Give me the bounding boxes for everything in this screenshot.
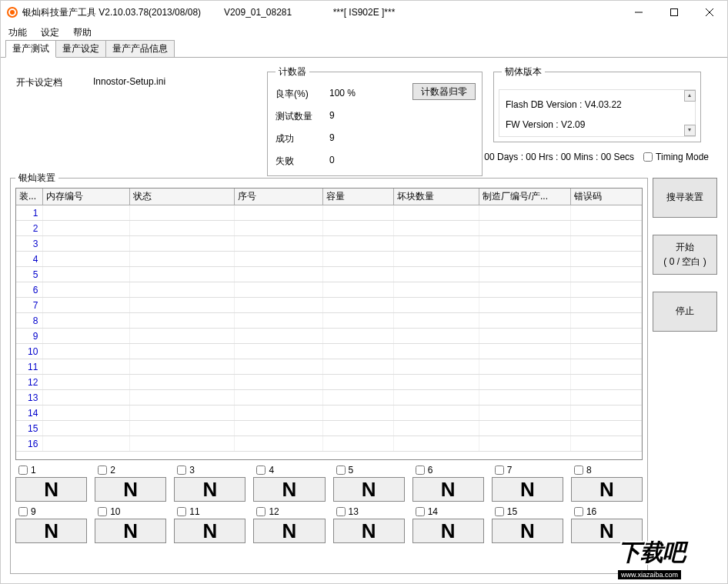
counter-reset-button[interactable]: 计数器归零	[412, 83, 476, 100]
close-button[interactable]	[692, 1, 727, 24]
cell	[570, 375, 641, 390]
slot: 7N	[492, 465, 563, 502]
table-row[interactable]: 14	[16, 405, 642, 421]
scroll-down-icon[interactable]: ▾	[684, 125, 696, 136]
ng-label: 失败	[276, 155, 329, 168]
table-row[interactable]: 13	[16, 390, 642, 405]
device-table: 装... 内存编号 状态 序号 容量 坏块数量 制造厂编号/产... 错误码 1…	[16, 189, 642, 452]
slot-checkbox[interactable]	[495, 507, 504, 516]
slot: 6N	[412, 465, 484, 502]
slot-header: 15	[492, 506, 563, 517]
tab-product-info[interactable]: 量产产品信息	[105, 40, 175, 57]
table-row[interactable]: 6	[16, 282, 642, 298]
timer-row: 00 Days : 00 Hrs : 00 Mins : 00 Secs Tim…	[484, 152, 709, 162]
table-row[interactable]: 1	[16, 205, 642, 221]
cell	[130, 267, 234, 282]
scroll-up-icon[interactable]: ▴	[684, 90, 696, 102]
cell	[130, 359, 234, 375]
cell	[234, 298, 322, 313]
cell	[234, 375, 322, 390]
slot-checkbox[interactable]	[18, 507, 28, 516]
start-button-line2: ( 0 / 空白 )	[653, 255, 716, 269]
table-row[interactable]: 8	[16, 313, 642, 329]
device-legend: 银灿装置	[15, 172, 58, 185]
cell	[43, 359, 130, 375]
table-row[interactable]: 2	[16, 221, 642, 236]
maximize-button[interactable]	[656, 1, 692, 24]
ok-label: 成功	[276, 132, 329, 145]
firmware-text: Flash DB Version : V4.03.22 FW Version :…	[499, 89, 696, 137]
table-row[interactable]: 11	[16, 359, 642, 375]
menu-help[interactable]: 帮助	[73, 26, 92, 39]
slot-checkbox[interactable]	[177, 507, 186, 516]
table-row[interactable]: 9	[16, 329, 642, 344]
cell	[234, 236, 322, 252]
slot-checkbox[interactable]	[98, 507, 107, 516]
table-row[interactable]: 15	[16, 421, 642, 436]
tab-test[interactable]: 量产测试	[5, 40, 56, 58]
cell	[43, 282, 130, 298]
col-serial[interactable]: 序号	[234, 189, 322, 205]
timing-mode-checkbox[interactable]	[643, 152, 653, 162]
table-row[interactable]: 16	[16, 436, 642, 452]
slot-checkbox[interactable]	[18, 466, 28, 475]
slot-checkbox[interactable]	[574, 507, 583, 516]
col-error[interactable]: 错误码	[570, 189, 641, 205]
slot-header: 14	[412, 506, 484, 517]
col-device[interactable]: 装...	[16, 189, 43, 205]
slot-number: 3	[189, 465, 195, 476]
menu-settings[interactable]: 设定	[41, 26, 59, 39]
cell	[43, 221, 130, 236]
cell	[322, 329, 393, 344]
table-row[interactable]: 10	[16, 344, 642, 359]
col-bad-blocks[interactable]: 坏块数量	[393, 189, 479, 205]
slot-checkbox[interactable]	[336, 507, 346, 516]
slot-checkbox[interactable]	[574, 466, 583, 475]
slot-checkbox[interactable]	[256, 466, 265, 475]
slot-grid: 1N2N3N4N5N6N7N8N9N10N11N12N13N14N15N16N	[15, 465, 643, 543]
minimize-button[interactable]	[621, 1, 656, 24]
tab-settings[interactable]: 量产设定	[55, 40, 106, 57]
slot-checkbox[interactable]	[336, 466, 346, 475]
menu-function[interactable]: 功能	[8, 26, 27, 39]
col-vendor[interactable]: 制造厂编号/产...	[479, 189, 570, 205]
slot-checkbox[interactable]	[416, 507, 425, 516]
slot-status-box: N	[492, 519, 563, 543]
timing-mode-label[interactable]: Timing Mode	[643, 152, 709, 162]
col-status[interactable]: 状态	[130, 189, 234, 205]
col-capacity[interactable]: 容量	[322, 189, 393, 205]
table-row[interactable]: 5	[16, 267, 642, 282]
cell	[130, 436, 234, 452]
search-device-button[interactable]: 搜寻装置	[653, 178, 717, 218]
tabbar: 量产测试 量产设定 量产产品信息	[1, 41, 727, 58]
cell	[234, 205, 322, 221]
slot-header: 5	[333, 465, 405, 476]
table-row[interactable]: 3	[16, 236, 642, 252]
cell	[43, 252, 130, 267]
slot-checkbox[interactable]	[98, 466, 107, 475]
slot-status-box: N	[174, 477, 245, 502]
slot-checkbox[interactable]	[416, 466, 425, 475]
slot: 5N	[333, 465, 405, 502]
slot: 11N	[174, 506, 245, 543]
ok-value: 9	[329, 132, 376, 145]
slot-status-box: N	[15, 519, 87, 543]
slot-checkbox[interactable]	[495, 466, 504, 475]
slot-checkbox[interactable]	[177, 466, 186, 475]
start-button[interactable]: 开始 ( 0 / 空白 )	[653, 235, 717, 275]
row-index: 9	[16, 329, 43, 344]
slot: 3N	[174, 465, 245, 502]
col-mem-id[interactable]: 内存编号	[43, 189, 130, 205]
table-row[interactable]: 7	[16, 298, 642, 313]
slot-checkbox[interactable]	[256, 507, 265, 516]
slot-status-box: N	[412, 519, 484, 543]
cell	[570, 313, 641, 329]
close-icon	[706, 8, 713, 16]
stop-button[interactable]: 停止	[653, 292, 717, 332]
side-buttons: 搜寻装置 开始 ( 0 / 空白 ) 停止	[653, 172, 718, 574]
svg-rect-1	[671, 9, 678, 16]
firmware-scrollbar[interactable]: ▴ ▾	[683, 89, 696, 137]
cell	[570, 252, 641, 267]
table-row[interactable]: 12	[16, 375, 642, 390]
table-row[interactable]: 4	[16, 252, 642, 267]
